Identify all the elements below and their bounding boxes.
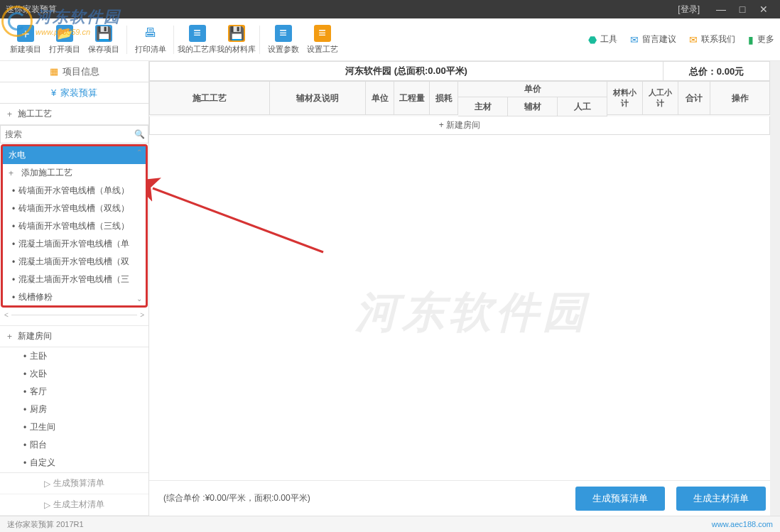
tree-add-craft[interactable]: +添加施工工艺 xyxy=(3,164,146,182)
search-input[interactable] xyxy=(1,126,131,143)
app-title: 迷你家装预算 xyxy=(6,4,678,16)
sidebar: ▦项目信息 ¥家装预算 +施工工艺 🔍 水电 +添加施工工艺 •砖墙面开水管电线… xyxy=(0,61,149,516)
generate-budget-button[interactable]: ▷生成预算清单 xyxy=(0,473,148,494)
tree-item[interactable]: •混凝土墙面开水管电线槽（双 xyxy=(3,253,146,271)
generate-budget-button-main[interactable]: 生成预算清单 xyxy=(575,487,665,511)
maximize-button[interactable]: □ xyxy=(732,4,753,15)
play-icon: ▷ xyxy=(44,479,50,489)
new-room-button[interactable]: + 新建房间 xyxy=(149,116,770,135)
table-header: 施工工艺 辅材及说明 单位 工程量 损耗 单价 主材 辅材 人工 材料小计 人工… xyxy=(149,81,770,116)
room-item[interactable]: •次卧 xyxy=(0,365,148,383)
yuan-icon: ¥ xyxy=(51,87,56,98)
generate-material-button-main[interactable]: 生成主材清单 xyxy=(676,487,766,511)
plus-icon: + xyxy=(7,332,12,342)
scroll-up-icon[interactable]: ⌃ xyxy=(134,148,144,158)
th-price-group: 单价 xyxy=(458,81,607,97)
main-footer: (综合单价 :¥0.00/平米，面积:0.00平米) 生成预算清单 生成主材清单 xyxy=(149,480,780,516)
settings-craft-button[interactable]: ≡设置工艺 xyxy=(303,20,342,60)
tab-budget[interactable]: ¥家装预算 xyxy=(0,82,148,104)
th-materials: 辅材及说明 xyxy=(270,81,366,115)
th-quantity: 工程量 xyxy=(394,81,430,115)
room-item[interactable]: •阳台 xyxy=(0,436,148,454)
total-price: 总价：0.00元 xyxy=(663,62,769,80)
craft-library-button[interactable]: ≡我的工艺库 xyxy=(178,20,217,60)
tree-category-selected[interactable]: 水电 xyxy=(3,146,146,164)
th-total: 合计 xyxy=(678,81,710,115)
close-button[interactable]: ✕ xyxy=(753,4,774,15)
plus-icon: + xyxy=(9,168,18,178)
scroll-down-icon[interactable]: ⌄ xyxy=(134,294,144,304)
th-action: 操作 xyxy=(710,81,770,115)
th-aux-material: 辅材 xyxy=(508,97,558,116)
feedback-button[interactable]: ✉留言建议 xyxy=(630,33,676,45)
play-icon: ▷ xyxy=(44,500,50,510)
th-material-subtotal: 材料小计 xyxy=(607,81,643,115)
minimize-button[interactable]: — xyxy=(710,4,732,15)
status-url[interactable]: www.aec188.com xyxy=(712,520,773,528)
room-item[interactable]: •自定义 xyxy=(0,454,148,472)
main-area: 河东软件园 (总面积:0.00平米) 总价：0.00元 施工工艺 辅材及说明 单… xyxy=(149,61,780,516)
status-bar: 迷你家装预算 2017R1 www.aec188.com xyxy=(0,516,780,532)
open-project-button[interactable]: 📂打开项目 xyxy=(45,20,84,60)
search-icon[interactable]: 🔍 xyxy=(131,129,148,139)
plus-icon: + xyxy=(7,109,12,119)
toolbar: ＋新建项目 📂打开项目 💾保存项目 🖶打印清单 ≡我的工艺库 💾我的材料库 ≡设… xyxy=(0,18,780,61)
th-unit: 单位 xyxy=(366,81,394,115)
summary-row: 河东软件园 (总面积:0.00平米) 总价：0.00元 xyxy=(149,61,770,81)
project-summary: 河东软件园 (总面积:0.00平米) xyxy=(150,65,663,77)
generate-material-button[interactable]: ▷生成主材清单 xyxy=(0,494,148,516)
th-main-material: 主材 xyxy=(458,97,508,116)
tree-item[interactable]: •线槽修粉 xyxy=(3,288,146,305)
th-labor-subtotal: 人工小计 xyxy=(643,81,678,115)
print-button[interactable]: 🖶打印清单 xyxy=(131,20,170,60)
tree-item[interactable]: •砖墙面开水管电线槽（双线） xyxy=(3,200,146,217)
slider[interactable]: <> xyxy=(0,311,148,318)
th-labor: 人工 xyxy=(558,97,607,116)
new-project-button[interactable]: ＋新建项目 xyxy=(6,20,45,60)
room-item[interactable]: •卫生间 xyxy=(0,418,148,436)
login-link[interactable]: [登录] xyxy=(678,4,700,16)
save-project-button[interactable]: 💾保存项目 xyxy=(84,20,123,60)
contact-button[interactable]: ✉联系我们 xyxy=(689,33,735,45)
tree-item[interactable]: •砖墙面开水管电线槽（三线） xyxy=(3,217,146,235)
tab-project-info[interactable]: ▦项目信息 xyxy=(0,61,148,82)
tree-item[interactable]: •混凝土墙面开水管电线槽（三 xyxy=(3,271,146,288)
craft-tree-highlighted: 水电 +添加施工工艺 •砖墙面开水管电线槽（单线） •砖墙面开水管电线槽（双线）… xyxy=(1,144,148,308)
search-box: 🔍 xyxy=(0,125,148,143)
room-item[interactable]: •厨房 xyxy=(0,401,148,418)
th-craft: 施工工艺 xyxy=(149,81,270,115)
craft-section-header[interactable]: +施工工艺 xyxy=(0,104,148,125)
tools-button[interactable]: ⬣工具 xyxy=(588,33,617,45)
room-item[interactable]: •主卧 xyxy=(0,347,148,365)
price-info: (综合单价 :¥0.00/平米，面积:0.00平米) xyxy=(163,492,564,504)
settings-params-button[interactable]: ≡设置参数 xyxy=(264,20,303,60)
room-section-header[interactable]: +新建房间 xyxy=(0,326,148,347)
info-icon: ▦ xyxy=(50,66,58,77)
vertical-scrollbar[interactable] xyxy=(770,61,780,516)
room-item[interactable]: •客厅 xyxy=(0,383,148,401)
status-version: 迷你家装预算 2017R1 xyxy=(7,519,84,530)
tree-item[interactable]: •砖墙面开水管电线槽（单线） xyxy=(3,182,146,200)
th-loss: 损耗 xyxy=(430,81,458,115)
title-bar: 迷你家装预算 [登录] — □ ✕ xyxy=(0,0,780,18)
tree-item[interactable]: •混凝土墙面开水管电线槽（单 xyxy=(3,235,146,253)
material-library-button[interactable]: 💾我的材料库 xyxy=(217,20,256,60)
more-button[interactable]: ▮更多 xyxy=(748,33,774,45)
